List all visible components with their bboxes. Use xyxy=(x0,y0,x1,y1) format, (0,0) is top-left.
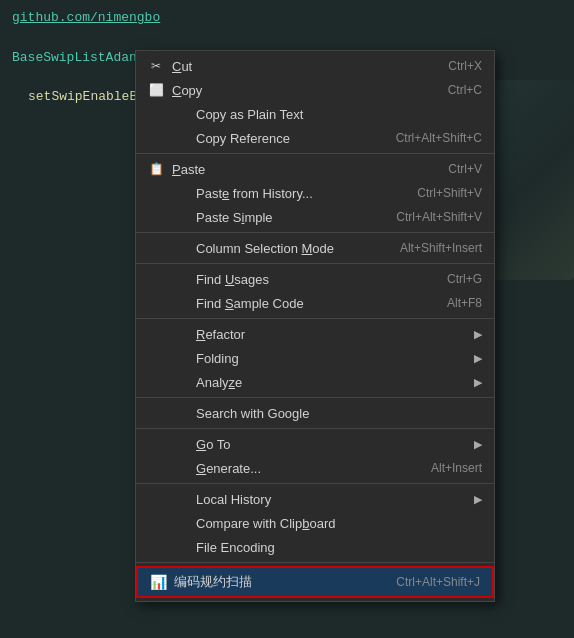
menu-item-local-history-label: Local History xyxy=(196,492,466,507)
menu-item-copy-reference-label: Copy Reference xyxy=(196,131,376,146)
menu-item-find-sample-label: Find Sample Code xyxy=(196,296,427,311)
menu-item-generate-label: Generate... xyxy=(196,461,411,476)
menu-item-copy-reference[interactable]: Copy Reference Ctrl+Alt+Shift+C xyxy=(136,126,494,150)
code-scan-icon: 📊 xyxy=(146,574,170,590)
menu-item-search-google[interactable]: Search with Google xyxy=(136,401,494,425)
local-history-arrow: ▶ xyxy=(474,493,482,506)
scissors-icon: ✂ xyxy=(144,59,168,73)
context-menu: ✂ Cut Ctrl+X ⬜ Copy Ctrl+C Copy as Plain… xyxy=(135,50,495,602)
menu-item-find-sample[interactable]: Find Sample Code Alt+F8 xyxy=(136,291,494,315)
menu-item-paste-shortcut: Ctrl+V xyxy=(448,162,482,176)
separator-6 xyxy=(136,428,494,429)
paste-icon: 📋 xyxy=(144,162,168,176)
menu-item-refactor[interactable]: Refactor ▶ xyxy=(136,322,494,346)
menu-item-cut-shortcut: Ctrl+X xyxy=(448,59,482,73)
menu-item-search-google-label: Search with Google xyxy=(196,406,462,421)
refactor-arrow: ▶ xyxy=(474,328,482,341)
menu-item-column-selection[interactable]: Column Selection Mode Alt+Shift+Insert xyxy=(136,236,494,260)
menu-item-column-selection-shortcut: Alt+Shift+Insert xyxy=(400,241,482,255)
folding-arrow: ▶ xyxy=(474,352,482,365)
menu-item-generate-shortcut: Alt+Insert xyxy=(431,461,482,475)
menu-item-column-selection-label: Column Selection Mode xyxy=(196,241,380,256)
menu-item-compare-clipboard[interactable]: Compare with Clipboard xyxy=(136,511,494,535)
menu-item-file-encoding[interactable]: File Encoding xyxy=(136,535,494,559)
menu-item-local-history[interactable]: Local History ▶ xyxy=(136,487,494,511)
menu-item-paste-history[interactable]: Paste from History... Ctrl+Shift+V xyxy=(136,181,494,205)
menu-item-code-scan[interactable]: 📊 编码规约扫描 Ctrl+Alt+Shift+J xyxy=(136,566,494,598)
menu-item-goto-label: Go To xyxy=(196,437,466,452)
menu-item-copy-reference-shortcut: Ctrl+Alt+Shift+C xyxy=(396,131,482,145)
menu-item-paste-history-label: Paste from History... xyxy=(196,186,397,201)
menu-item-file-encoding-label: File Encoding xyxy=(196,540,462,555)
menu-item-copy-plain[interactable]: Copy as Plain Text xyxy=(136,102,494,126)
menu-item-find-usages-label: Find Usages xyxy=(196,272,427,287)
menu-item-folding-label: Folding xyxy=(196,351,466,366)
separator-1 xyxy=(136,153,494,154)
separator-4 xyxy=(136,318,494,319)
menu-item-paste-simple-label: Paste Simple xyxy=(196,210,376,225)
menu-item-goto[interactable]: Go To ▶ xyxy=(136,432,494,456)
separator-7 xyxy=(136,483,494,484)
separator-3 xyxy=(136,263,494,264)
menu-item-code-scan-shortcut: Ctrl+Alt+Shift+J xyxy=(396,575,480,589)
menu-item-paste-label: Paste xyxy=(172,162,428,177)
copy-icon: ⬜ xyxy=(144,83,168,97)
menu-item-find-sample-shortcut: Alt+F8 xyxy=(447,296,482,310)
menu-item-copy-plain-label: Copy as Plain Text xyxy=(196,107,462,122)
menu-item-analyze[interactable]: Analyze ▶ xyxy=(136,370,494,394)
menu-item-code-scan-label: 编码规约扫描 xyxy=(174,573,376,591)
menu-item-paste[interactable]: 📋 Paste Ctrl+V xyxy=(136,157,494,181)
menu-item-find-usages-shortcut: Ctrl+G xyxy=(447,272,482,286)
menu-item-paste-history-shortcut: Ctrl+Shift+V xyxy=(417,186,482,200)
menu-item-copy-shortcut: Ctrl+C xyxy=(448,83,482,97)
separator-2 xyxy=(136,232,494,233)
separator-8 xyxy=(136,562,494,563)
menu-item-cut[interactable]: ✂ Cut Ctrl+X xyxy=(136,54,494,78)
menu-item-find-usages[interactable]: Find Usages Ctrl+G xyxy=(136,267,494,291)
menu-item-folding[interactable]: Folding ▶ xyxy=(136,346,494,370)
menu-item-paste-simple[interactable]: Paste Simple Ctrl+Alt+Shift+V xyxy=(136,205,494,229)
menu-item-copy-label: Copy xyxy=(172,83,428,98)
menu-item-compare-clipboard-label: Compare with Clipboard xyxy=(196,516,462,531)
menu-item-cut-label: Cut xyxy=(172,59,428,74)
menu-item-copy[interactable]: ⬜ Copy Ctrl+C xyxy=(136,78,494,102)
menu-item-refactor-label: Refactor xyxy=(196,327,466,342)
separator-5 xyxy=(136,397,494,398)
menu-item-generate[interactable]: Generate... Alt+Insert xyxy=(136,456,494,480)
menu-item-analyze-label: Analyze xyxy=(196,375,466,390)
goto-arrow: ▶ xyxy=(474,438,482,451)
menu-item-paste-simple-shortcut: Ctrl+Alt+Shift+V xyxy=(396,210,482,224)
analyze-arrow: ▶ xyxy=(474,376,482,389)
